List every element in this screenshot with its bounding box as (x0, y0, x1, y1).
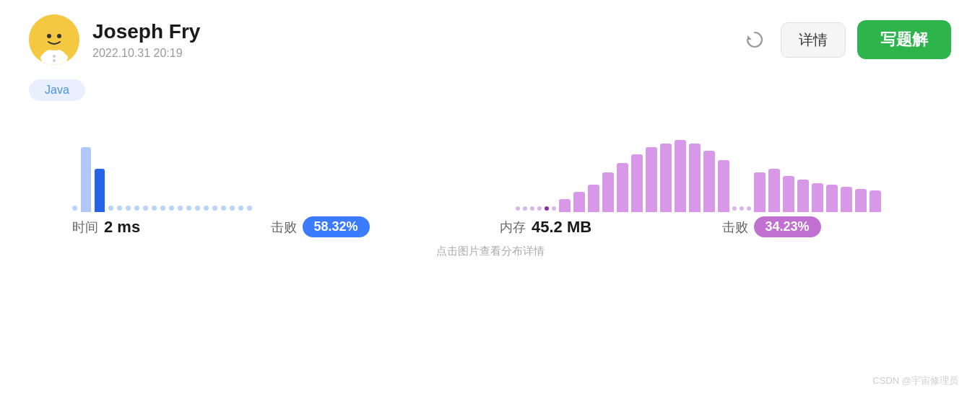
memory-bar (747, 206, 751, 211)
memory-bar (602, 172, 614, 212)
time-bar (117, 206, 122, 211)
charts-stats-container: 时间 2 ms 击败 58.32% 内存 45.2 MB 击败 34.23% (29, 118, 951, 237)
beat1-percent: 58.32% (303, 216, 370, 237)
svg-point-4 (64, 33, 71, 42)
time-bar (195, 206, 200, 211)
memory-bar (675, 140, 686, 212)
memory-bar (631, 154, 643, 212)
memory-bar (754, 172, 766, 212)
beat1-label: 击败 (271, 219, 297, 236)
user-date: 2022.10.31 20:19 (92, 47, 200, 60)
header-actions: 详情 写题解 (740, 20, 951, 59)
avatar (29, 14, 79, 65)
time-bar (143, 206, 148, 211)
time-bar (108, 206, 113, 211)
footer-credit: CSDN @宇宙修理员 (872, 374, 958, 387)
memory-label: 内存 (500, 219, 526, 236)
memory-bar (545, 206, 549, 211)
time-bar (230, 206, 235, 211)
memory-bar (768, 169, 780, 212)
memory-bar (552, 206, 556, 211)
memory-bar (812, 183, 823, 212)
memory-bar (660, 144, 672, 212)
svg-point-10 (53, 59, 56, 62)
memory-bar (870, 190, 881, 212)
memory-bar (537, 206, 542, 211)
memory-bar (588, 185, 599, 212)
time-bar (221, 206, 226, 211)
memory-stat-block: 内存 45.2 MB (500, 218, 591, 237)
memory-bar (797, 180, 809, 212)
svg-point-7 (40, 54, 49, 61)
svg-point-3 (38, 33, 45, 42)
main-container: Joseph Fry 2022.10.31 20:19 详情 写题解 Java (0, 0, 980, 396)
time-bar (81, 147, 91, 212)
memory-value: 45.2 MB (532, 218, 591, 237)
time-bar (134, 206, 139, 211)
memory-bar (841, 187, 852, 212)
user-info: Joseph Fry 2022.10.31 20:19 (29, 14, 200, 65)
memory-bar (740, 206, 744, 211)
memory-bar (718, 160, 729, 212)
time-chart[interactable] (29, 126, 508, 212)
time-bar (204, 206, 209, 211)
stats-row: 时间 2 ms 击败 58.32% 内存 45.2 MB 击败 34.23% (29, 216, 951, 237)
charts-area (29, 118, 951, 212)
time-bar (95, 169, 105, 212)
svg-point-5 (47, 34, 51, 38)
memory-bar (703, 151, 715, 212)
beat2-label: 击败 (722, 219, 748, 236)
memory-bar (617, 163, 628, 212)
footer-hint: 点击图片查看分布详情 (29, 245, 951, 258)
beat1-block: 击败 58.32% (140, 216, 500, 237)
time-label: 时间 (72, 219, 98, 236)
memory-bar (783, 176, 794, 212)
time-bar (72, 206, 77, 211)
svg-point-2 (41, 25, 67, 50)
header-row: Joseph Fry 2022.10.31 20:19 详情 写题解 (29, 14, 951, 65)
time-stat-block: 时间 2 ms (29, 218, 140, 237)
time-bar (247, 206, 252, 211)
time-bar (238, 206, 243, 211)
time-bar (152, 206, 157, 211)
memory-bar (689, 144, 701, 212)
beat2-block: 击败 34.23% (591, 216, 951, 237)
tag-row: Java (29, 79, 951, 101)
memory-bar (516, 206, 520, 211)
time-bar (212, 206, 217, 211)
memory-bar (646, 147, 657, 212)
language-tag[interactable]: Java (29, 79, 85, 101)
memory-bar (523, 206, 527, 211)
detail-button[interactable]: 详情 (781, 22, 846, 58)
time-bar (186, 206, 191, 211)
refresh-button[interactable] (740, 25, 769, 54)
memory-bar (855, 189, 867, 212)
time-bar (169, 206, 174, 211)
memory-chart[interactable] (516, 126, 952, 212)
memory-bar (732, 206, 737, 211)
user-text: Joseph Fry 2022.10.31 20:19 (92, 19, 200, 60)
memory-bar (826, 185, 838, 212)
time-bar (178, 206, 183, 211)
beat2-percent: 34.23% (754, 216, 821, 237)
svg-point-6 (57, 34, 61, 38)
svg-marker-11 (747, 35, 752, 40)
user-name: Joseph Fry (92, 19, 200, 44)
memory-bar (559, 199, 571, 212)
time-bar (160, 206, 165, 211)
time-bar (126, 206, 131, 211)
solution-button[interactable]: 写题解 (857, 20, 951, 59)
svg-point-9 (53, 55, 56, 58)
svg-point-8 (59, 54, 68, 61)
time-value: 2 ms (104, 218, 140, 237)
memory-bar (573, 192, 585, 212)
memory-bar (530, 206, 534, 211)
